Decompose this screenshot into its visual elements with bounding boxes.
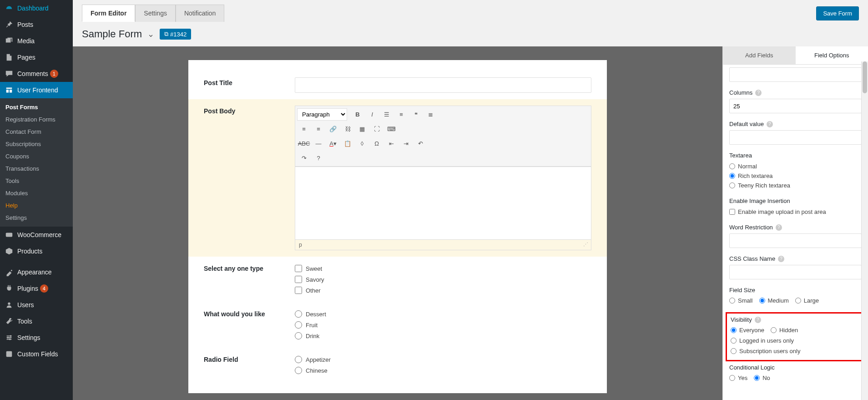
radio-visibility-hidden[interactable]: [771, 327, 777, 333]
radio-size-medium[interactable]: [759, 298, 765, 304]
form-title[interactable]: Sample Form: [82, 28, 142, 40]
sidebar-sub-post-forms[interactable]: Post Forms: [0, 101, 73, 113]
sidebar-sub-coupons[interactable]: Coupons: [0, 150, 73, 162]
sidebar-sub-tools[interactable]: Tools: [0, 175, 73, 187]
checkbox-enable-image-upload[interactable]: [729, 209, 735, 215]
scrollbar-thumb[interactable]: [863, 61, 867, 93]
radio-dessert[interactable]: [295, 310, 302, 318]
unnamed-top-input[interactable]: [729, 67, 862, 82]
tab-notification[interactable]: Notification: [176, 5, 224, 22]
sidebar-sub-subscriptions[interactable]: Subscriptions: [0, 138, 73, 150]
insert-icon[interactable]: ▦: [355, 122, 369, 135]
bullet-list-icon[interactable]: ☰: [380, 108, 394, 121]
outdent-icon[interactable]: ⇤: [384, 137, 398, 150]
italic-icon[interactable]: I: [365, 108, 379, 121]
right-panel-scrollbar[interactable]: [861, 61, 868, 400]
radio-visibility-logged-in[interactable]: [731, 338, 737, 344]
radio-textarea-normal[interactable]: [729, 163, 735, 169]
paste-icon[interactable]: 📋: [341, 137, 354, 150]
sidebar-item-users[interactable]: Users: [0, 297, 73, 313]
align-right-icon[interactable]: ≡: [312, 122, 325, 135]
field-post-title[interactable]: Post Title: [188, 71, 607, 99]
align-icon[interactable]: ≣: [424, 108, 437, 121]
field-post-body[interactable]: Post Body Paragraph B I ☰ ≡ ❝: [188, 99, 607, 257]
quote-icon[interactable]: ❝: [409, 108, 423, 121]
checkbox-sweet[interactable]: [295, 265, 302, 272]
sidebar-item-appearance[interactable]: Appearance: [0, 264, 73, 280]
sidebar-sub-help[interactable]: Help: [0, 199, 73, 212]
strike-icon[interactable]: ABC: [297, 137, 311, 150]
radio-textarea-teeny[interactable]: [729, 182, 735, 188]
special-char-icon[interactable]: Ω: [370, 137, 384, 150]
editor-content-area[interactable]: [295, 167, 591, 239]
sidebar-sub-settings[interactable]: Settings: [0, 212, 73, 224]
form-id-chip[interactable]: ⧉ #1342: [160, 29, 191, 40]
help-icon[interactable]: ?: [755, 317, 761, 323]
tab-form-editor[interactable]: Form Editor: [82, 5, 135, 22]
css-class-input[interactable]: [729, 265, 862, 279]
field-what-like[interactable]: What would you like Dessert Fruit Drink: [188, 302, 607, 348]
redo-icon[interactable]: ↷: [297, 152, 311, 164]
help-icon[interactable]: ?: [767, 121, 773, 127]
undo-icon[interactable]: ↶: [414, 137, 427, 150]
sidebar-sub-registration-forms[interactable]: Registration Forms: [0, 113, 73, 126]
numbered-list-icon[interactable]: ≡: [394, 108, 408, 121]
radio-visibility-everyone[interactable]: [731, 327, 737, 333]
align-left-icon[interactable]: ≡: [297, 122, 311, 135]
radio-textarea-rich[interactable]: [729, 173, 735, 179]
indent-icon[interactable]: ⇥: [399, 137, 413, 150]
help-icon[interactable]: ?: [778, 256, 784, 262]
radio-fruit[interactable]: [295, 321, 302, 329]
sidebar-item-media[interactable]: Media: [0, 33, 73, 49]
help-icon[interactable]: ?: [755, 90, 762, 96]
radio-size-small[interactable]: [729, 298, 735, 304]
link-icon[interactable]: 🔗: [326, 122, 340, 135]
tab-add-fields[interactable]: Add Fields: [723, 46, 796, 64]
sidebar-sub-modules[interactable]: Modules: [0, 187, 73, 199]
paragraph-select[interactable]: Paragraph: [297, 108, 347, 121]
radio-appetizer[interactable]: [295, 356, 302, 363]
checkbox-other[interactable]: [295, 287, 302, 294]
sidebar-item-pages[interactable]: Pages: [0, 49, 73, 66]
checkbox-savory[interactable]: [295, 276, 302, 283]
sidebar-item-posts[interactable]: Posts: [0, 16, 73, 33]
word-restriction-input[interactable]: [729, 233, 862, 248]
radio-visibility-subscription[interactable]: [731, 348, 737, 354]
sidebar-item-custom-fields[interactable]: Custom Fields: [0, 346, 73, 362]
text-color-icon[interactable]: A▾: [326, 137, 340, 150]
unlink-icon[interactable]: ⛓: [341, 122, 354, 135]
radio-cond-no[interactable]: [754, 375, 760, 381]
sidebar-sub-contact-form[interactable]: Contact Form: [0, 126, 73, 138]
save-form-button[interactable]: Save Form: [816, 6, 859, 20]
sidebar-item-dashboard[interactable]: Dashboard: [0, 0, 73, 16]
field-radio[interactable]: Radio Field Appetizer Chinese: [188, 348, 607, 382]
sidebar-item-plugins[interactable]: Plugins 4: [0, 280, 73, 297]
keyboard-icon[interactable]: ⌨: [384, 122, 398, 135]
sidebar-item-woocommerce[interactable]: WooCommerce: [0, 227, 73, 243]
tab-settings[interactable]: Settings: [135, 5, 176, 22]
help-icon[interactable]: ?: [776, 224, 782, 231]
help-icon[interactable]: ?: [312, 152, 325, 164]
default-value-input[interactable]: [729, 130, 862, 145]
radio-drink[interactable]: [295, 332, 302, 339]
sidebar-item-products[interactable]: Products: [0, 243, 73, 259]
sidebar-item-tools[interactable]: Tools: [0, 313, 73, 329]
chevron-down-icon[interactable]: ⌄: [147, 29, 154, 39]
canvas-scroll[interactable]: Post Title Post Body Paragraph B I: [73, 46, 722, 400]
tab-field-options[interactable]: Field Options: [796, 46, 868, 64]
sidebar-item-settings[interactable]: Settings: [0, 329, 73, 346]
right-panel-body[interactable]: Columns? Default value? Textarea Normal …: [723, 65, 868, 400]
sidebar-sub-transactions[interactable]: Transactions: [0, 162, 73, 175]
sidebar-item-user-frontend[interactable]: User Frontend: [0, 82, 73, 98]
columns-input[interactable]: [729, 99, 862, 113]
radio-chinese[interactable]: [295, 367, 302, 374]
clear-format-icon[interactable]: ◊: [355, 137, 369, 150]
fullscreen-icon[interactable]: ⛶: [370, 122, 384, 135]
sidebar-item-comments[interactable]: Comments 1: [0, 66, 73, 82]
radio-cond-yes[interactable]: [729, 375, 735, 381]
bold-icon[interactable]: B: [351, 108, 364, 121]
hr-icon[interactable]: —: [312, 137, 325, 150]
radio-size-large[interactable]: [795, 298, 801, 304]
post-title-input[interactable]: [295, 77, 591, 93]
field-select-type[interactable]: Select any one type Sweet Savory Other: [188, 257, 607, 302]
